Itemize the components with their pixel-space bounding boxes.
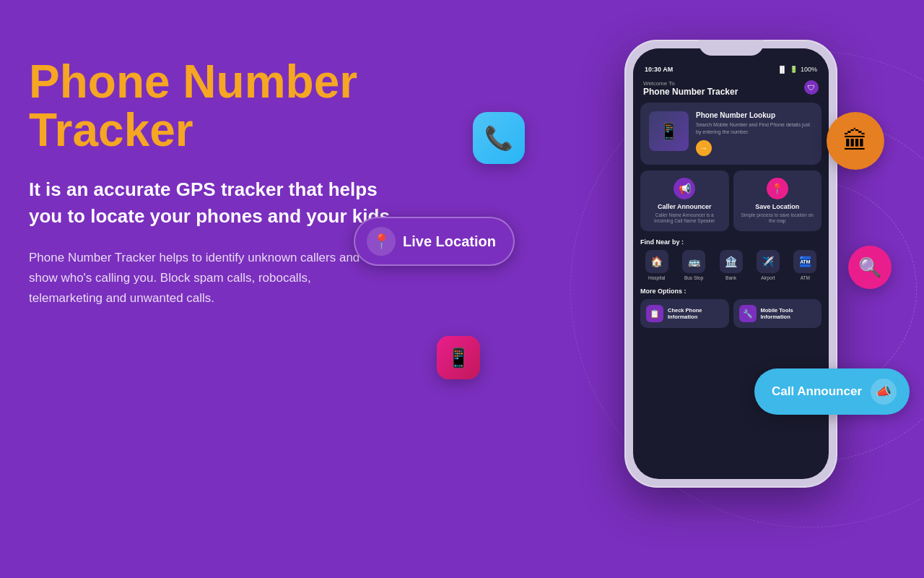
location-icon: 📍 <box>771 183 783 194</box>
lookup-desc: Search Mobile Number and Find Phone deta… <box>696 121 813 136</box>
atm-label: ATM <box>801 275 810 280</box>
app-header: Welcome To Phone Number Tracker 🛡 <box>633 76 829 103</box>
call-announcer-badge: Call Announcer 📣 <box>754 368 910 415</box>
live-location-badge: 📍 Live Location <box>354 217 515 266</box>
check-phone-label: Check Phone Information <box>668 307 723 322</box>
nearby-atm[interactable]: 🏧 ATM <box>789 250 821 280</box>
subtitle: It is an accurate GPS tracker that helps… <box>29 176 397 229</box>
atm-icon: 🏧 <box>799 256 811 267</box>
option-check-phone[interactable]: 📋 Check Phone Information <box>640 299 729 328</box>
bank-label: Bank <box>725 275 736 280</box>
option-mobile-tools[interactable]: 🔧 Mobile Tools Information <box>733 299 822 328</box>
caller-icon-wrap: 📢 <box>674 178 695 199</box>
phone-call-glyph: 📞 <box>484 124 513 152</box>
feature-card-caller[interactable]: 📢 Caller Announcer Caller Name Announcer… <box>640 171 729 232</box>
airport-icon: ✈️ <box>762 256 774 267</box>
nearby-busstop[interactable]: 🚌 Bus Stop <box>677 250 710 280</box>
call-announcer-icon: 📣 <box>871 379 897 405</box>
location-icon-wrap: 📍 <box>767 178 788 199</box>
more-options: 📋 Check Phone Information 🔧 Mobile Tools… <box>633 299 829 328</box>
busstop-icon: 🚌 <box>688 256 700 267</box>
shield-icon: 🛡 <box>804 80 819 95</box>
nearby-airport[interactable]: ✈️ Airport <box>751 250 784 280</box>
lookup-arrow-button[interactable]: → <box>696 140 712 156</box>
status-time: 10:30 AM <box>645 66 673 73</box>
app-name: Phone Number Tracker <box>643 87 738 97</box>
description: Phone Number Tracker helps to identify u… <box>29 248 383 309</box>
status-icons: ▐▌ 🔋 100% <box>777 66 817 73</box>
phone-frame: 10:30 AM ▐▌ 🔋 100% Welcome To Phone Numb… <box>624 40 837 488</box>
hospital-label: Hospital <box>648 275 665 280</box>
welcome-text: Welcome To <box>643 80 738 87</box>
caller-name: Caller Announcer <box>646 203 723 210</box>
search-icon: 🔍 <box>848 246 892 289</box>
hospital-icon: 🏠 <box>650 256 663 267</box>
lookup-title: Phone Number Lookup <box>696 111 813 119</box>
feature-card-location[interactable]: 📍 Save Location Simple process to save l… <box>733 171 822 232</box>
bank-nearby-icon-wrap: 🏦 <box>720 250 743 273</box>
lookup-info: Phone Number Lookup Search Mobile Number… <box>696 111 813 156</box>
more-options-title: More Options : <box>633 286 829 299</box>
battery-icon: 🔋 <box>790 66 798 73</box>
location-name: Save Location <box>739 203 816 210</box>
phone-info-glyph: 📱 <box>447 347 470 369</box>
search-glyph: 🔍 <box>858 256 881 279</box>
lookup-card[interactable]: 📱 Phone Number Lookup Search Mobile Numb… <box>640 103 821 165</box>
nearby-bank[interactable]: 🏦 Bank <box>715 250 747 280</box>
busstop-label: Bus Stop <box>684 275 703 280</box>
airport-icon-wrap: ✈️ <box>757 250 780 273</box>
busstop-icon-wrap: 🚌 <box>682 250 705 273</box>
lookup-phone-icon: 📱 <box>659 122 679 141</box>
nearby-section-title: Find Near by : <box>633 237 829 250</box>
mobile-tools-label: Mobile Tools Information <box>761 307 816 322</box>
phone-mockup: 10:30 AM ▐▌ 🔋 100% Welcome To Phone Numb… <box>624 40 837 531</box>
signal-icon: ▐▌ <box>777 66 787 73</box>
live-location-label: Live Location <box>403 233 496 250</box>
bank-glyph: 🏛 <box>843 127 868 155</box>
lookup-thumb: 📱 <box>649 111 689 151</box>
left-content: Phone Number Tracker It is an accurate G… <box>29 58 397 309</box>
phone-info-icon: 📱 <box>437 336 480 379</box>
bank-nearby-icon: 🏦 <box>725 256 737 267</box>
feature-grid: 📢 Caller Announcer Caller Name Announcer… <box>640 171 821 232</box>
atm-icon-wrap: 🏧 <box>793 250 816 273</box>
nearby-hospital[interactable]: 🏠 Hospital <box>640 250 673 280</box>
airport-label: Airport <box>761 275 775 280</box>
nearby-grid: 🏠 Hospital 🚌 Bus Stop 🏦 Bank ✈️ Airport … <box>633 250 829 286</box>
caller-icon: 📢 <box>679 183 691 194</box>
phone-call-icon: 📞 <box>473 112 525 164</box>
live-location-icon: 📍 <box>367 227 396 256</box>
battery-pct: 100% <box>801 66 817 73</box>
location-desc: Simple process to save location on the m… <box>739 212 816 225</box>
check-phone-icon: 📋 <box>646 305 663 322</box>
call-announcer-label: Call Announcer <box>772 384 862 399</box>
bank-icon: 🏛 <box>827 112 884 170</box>
hospital-icon-wrap: 🏠 <box>645 250 668 273</box>
phone-notch <box>699 40 764 56</box>
mobile-tools-icon: 🔧 <box>739 305 757 322</box>
caller-desc: Caller Name Announcer is a Incoming Call… <box>646 212 723 225</box>
main-title: Phone Number Tracker <box>29 58 397 155</box>
